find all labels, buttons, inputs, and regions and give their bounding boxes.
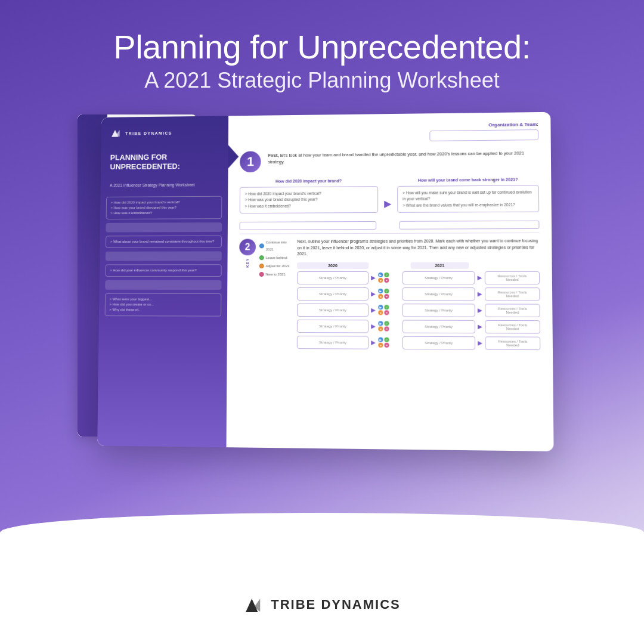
icon-row-bot-1: ● ✦ bbox=[378, 278, 400, 283]
icon-row-bot-3: ● ✦ bbox=[378, 310, 400, 315]
col-2020-header: 2020 bbox=[297, 262, 369, 268]
strategy-row-4: Strategy / Priority ▶ ▶ ✓ ● ✦ bbox=[297, 319, 540, 333]
icon-new-5[interactable]: ✦ bbox=[384, 342, 389, 347]
input-left[interactable] bbox=[240, 221, 377, 230]
strategy-row-5: Strategy / Priority ▶ ▶ ✓ ● ✦ bbox=[297, 335, 540, 349]
arrow-4: ▶ bbox=[371, 323, 376, 329]
strat-2021-3[interactable]: Strategy / Priority bbox=[402, 304, 475, 317]
left-q1: > How did 2020 impact your brand's verti… bbox=[106, 196, 222, 219]
strategy-table-section: Next, outline your influencer program's … bbox=[297, 238, 541, 353]
key-label-1: Continue into 2021 bbox=[266, 239, 294, 253]
tribe-dynamics-logo-icon bbox=[110, 128, 122, 140]
left-panel-subtitle: A 2021 Influencer Strategy Planning Work… bbox=[101, 177, 228, 193]
step2-left: 2 KEY bbox=[239, 239, 256, 351]
arrow2-3: ▶ bbox=[478, 306, 482, 313]
icon-leave-4[interactable]: ✓ bbox=[384, 321, 389, 326]
icon-row-top-1: ▶ ✓ bbox=[378, 273, 400, 277]
resources-1[interactable]: Resources / ToolsNeeded bbox=[485, 271, 540, 284]
strat-2020-5[interactable]: Strategy / Priority bbox=[297, 335, 369, 349]
arrow2-2: ▶ bbox=[478, 290, 482, 297]
icon-adjust-1[interactable]: ● bbox=[378, 278, 383, 283]
q1-box1: > How did 2020 impact your brand's verti… bbox=[240, 186, 378, 213]
arrow-2: ▶ bbox=[371, 290, 376, 297]
icons-5: ▶ ✓ ● ✦ bbox=[378, 337, 400, 347]
icon-continue-5[interactable]: ▶ bbox=[378, 337, 383, 342]
strat-2021-5[interactable]: Strategy / Priority bbox=[402, 336, 475, 349]
resources-3[interactable]: Resources / ToolsNeeded bbox=[485, 304, 540, 317]
left-panel-title: PLANNING FOR UNPRECEDENTED: bbox=[101, 145, 228, 178]
icon-row-top-5: ▶ ✓ bbox=[378, 337, 400, 342]
icon-continue-3[interactable]: ▶ bbox=[378, 305, 383, 309]
icon-new-2[interactable]: ✦ bbox=[384, 294, 389, 299]
icon-row-top-2: ▶ ✓ bbox=[378, 289, 400, 293]
icon-continue-4[interactable]: ▶ bbox=[378, 321, 383, 326]
key-dot-pink bbox=[259, 272, 264, 277]
resources-5[interactable]: Resources / ToolsNeeded bbox=[485, 336, 540, 350]
strat-2021-1[interactable]: Strategy / Priority bbox=[402, 271, 475, 284]
icons-2: ▶ ✓ ● ✦ bbox=[378, 289, 400, 299]
step2-badge: 2 bbox=[239, 239, 256, 255]
strat-2021-2[interactable]: Strategy / Priority bbox=[402, 287, 475, 300]
org-section: Organization & Team: bbox=[240, 122, 538, 145]
col-2021-header: 2021 bbox=[411, 262, 469, 268]
icon-leave-2[interactable]: ✓ bbox=[384, 289, 389, 293]
document-card: TRIBE DYNAMICS PLANNING FOR UNPRECEDENTE… bbox=[97, 112, 553, 451]
icon-adjust-5[interactable]: ● bbox=[378, 342, 383, 347]
icon-leave-5[interactable]: ✓ bbox=[384, 337, 389, 342]
step2-description: Next, outline your influencer program's … bbox=[297, 238, 540, 258]
key-section: Continue into 2021 Leave behind Adjust f… bbox=[255, 239, 297, 351]
strat-2020-3[interactable]: Strategy / Priority bbox=[297, 303, 369, 316]
icon-leave-3[interactable]: ✓ bbox=[384, 305, 389, 309]
key-label-4: New to 2021 bbox=[266, 271, 286, 278]
step1-badge: 1 bbox=[240, 151, 261, 172]
spacer4 bbox=[485, 262, 540, 268]
left-q3: > How did your influencer community resp… bbox=[105, 264, 221, 277]
icon-new-1[interactable]: ✦ bbox=[384, 278, 389, 283]
key-dot-blue bbox=[259, 243, 264, 248]
spacer1 bbox=[373, 262, 379, 268]
spacer2 bbox=[384, 262, 405, 268]
icon-adjust-4[interactable]: ● bbox=[378, 326, 383, 331]
q2-header: How will your brand come back stronger i… bbox=[397, 177, 539, 182]
title-section: Planning for Unprecedented: A 2021 Strat… bbox=[113, 0, 530, 107]
left-input2 bbox=[106, 251, 222, 261]
left-q2: > What about your brand remained consist… bbox=[106, 235, 222, 247]
logo-text: TRIBE DYNAMICS bbox=[125, 131, 172, 135]
arrow2-4: ▶ bbox=[478, 323, 482, 330]
arrow-1: ▶ bbox=[371, 274, 376, 281]
icon-continue-1[interactable]: ▶ bbox=[378, 273, 383, 277]
q2-box1: > How will you make sure your brand is w… bbox=[397, 185, 539, 213]
resources-2[interactable]: Resources / ToolsNeeded bbox=[485, 287, 540, 300]
key-dot-green bbox=[259, 255, 264, 260]
icon-adjust-2[interactable]: ● bbox=[378, 294, 383, 299]
input-right[interactable] bbox=[399, 221, 539, 230]
icon-continue-2[interactable]: ▶ bbox=[378, 289, 383, 293]
strat-2021-4[interactable]: Strategy / Priority bbox=[402, 320, 475, 333]
icon-leave-1[interactable]: ✓ bbox=[384, 273, 389, 277]
icon-row-top-3: ▶ ✓ bbox=[378, 305, 400, 309]
bottom-logo-text: TRIBE DYNAMICS bbox=[271, 597, 400, 612]
icons-4: ▶ ✓ ● ✦ bbox=[378, 321, 400, 331]
strategy-row-1: Strategy / Priority ▶ ▶ ✓ ● ✦ bbox=[297, 271, 540, 284]
spacer bbox=[382, 221, 393, 230]
key-label-3: Adjust for 2021 bbox=[266, 262, 290, 270]
questions-section: How did 2020 impact your brand? > How di… bbox=[240, 177, 540, 217]
icon-row-bot-5: ● ✦ bbox=[378, 342, 400, 347]
org-input[interactable] bbox=[429, 129, 538, 141]
strat-2020-2[interactable]: Strategy / Priority bbox=[297, 287, 369, 300]
strat-2020-4[interactable]: Strategy / Priority bbox=[297, 319, 369, 333]
key-item-1: Continue into 2021 bbox=[259, 239, 294, 253]
icon-adjust-3[interactable]: ● bbox=[378, 310, 383, 315]
arrow-3: ▶ bbox=[371, 306, 376, 313]
icon-new-3[interactable]: ✦ bbox=[384, 310, 389, 315]
resources-4[interactable]: Resources / ToolsNeeded bbox=[485, 320, 540, 333]
icon-new-4[interactable]: ✦ bbox=[384, 326, 389, 331]
page-content: Planning for Unprecedented: A 2021 Strat… bbox=[0, 0, 644, 644]
right-content: Organization & Team: 1 First, let's look… bbox=[227, 112, 553, 363]
strategy-row-2: Strategy / Priority ▶ ▶ ✓ ● ✦ bbox=[297, 287, 540, 301]
icons-3: ▶ ✓ ● ✦ bbox=[378, 305, 400, 315]
strat-2020-1[interactable]: Strategy / Priority bbox=[297, 271, 369, 284]
arrow-5: ▶ bbox=[371, 339, 376, 345]
key-item-2: Leave behind bbox=[259, 254, 294, 261]
left-q4: > What were your biggest...> How did you… bbox=[105, 293, 222, 316]
